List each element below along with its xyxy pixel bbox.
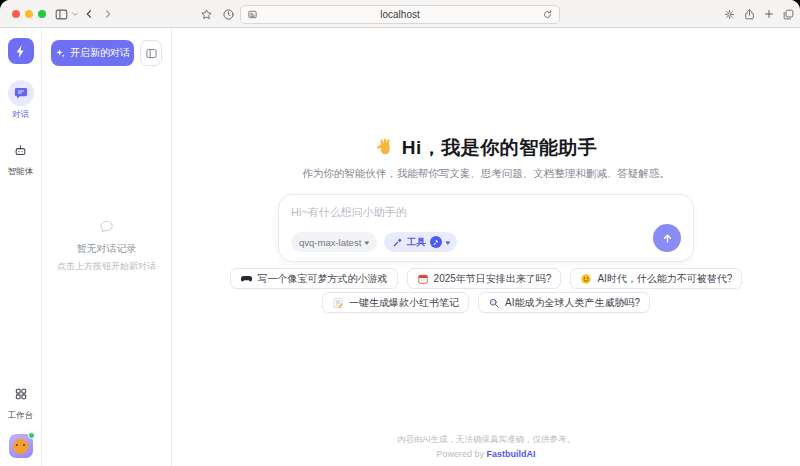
greeting: Hi，我是你的智能助手 xyxy=(172,135,800,161)
nav-rail: 对话 智能体 工作台 xyxy=(0,28,42,466)
sidebar-item-workspace[interactable]: 工作台 xyxy=(8,381,34,422)
tools-selector[interactable]: 工具 ▾ xyxy=(384,232,458,252)
smiley-icon xyxy=(580,273,592,285)
tabs-overview-icon[interactable] xyxy=(780,0,796,28)
app-shell: 对话 智能体 工作台 xyxy=(0,28,800,466)
address-bar[interactable]: localhost xyxy=(240,5,560,24)
hammer-icon xyxy=(430,236,442,248)
suggestion-chip[interactable]: AI能成为全球人类产生威胁吗? xyxy=(478,292,650,313)
magnifier-icon xyxy=(488,297,500,309)
suggestion-label: 2025年节日安排出来了吗? xyxy=(434,272,552,286)
suggestion-label: AI时代，什么能力不可被替代? xyxy=(597,272,732,286)
browser-toolbar: localhost xyxy=(0,0,800,28)
chevron-down-icon: ▾ xyxy=(445,239,450,246)
share-icon[interactable] xyxy=(741,0,757,28)
empty-state: 暂无对话记录 点击上方按钮开始新对话 xyxy=(51,36,162,454)
send-button[interactable] xyxy=(653,224,681,252)
model-selector[interactable]: qvq-max-latest ▾ xyxy=(291,232,377,252)
greeting-subtitle: 作为你的智能伙伴，我能帮你写文案、思考问题、文档整理和删减、答疑解惑。 xyxy=(172,167,800,181)
url-text: localhost xyxy=(258,9,542,20)
close-window-button[interactable] xyxy=(12,10,20,18)
zoom-window-button[interactable] xyxy=(38,10,46,18)
calendar-icon xyxy=(417,273,429,285)
lightning-bolt-icon xyxy=(13,44,28,59)
reload-icon[interactable] xyxy=(542,9,553,20)
model-name: qvq-max-latest xyxy=(299,237,361,248)
memo-icon xyxy=(332,297,344,309)
back-icon[interactable] xyxy=(82,0,96,28)
suggestion-chip[interactable]: 写一个像宝可梦方式的小游戏 xyxy=(230,268,398,289)
empty-title: 暂无对话记录 xyxy=(77,242,137,256)
forward-icon[interactable] xyxy=(101,0,115,28)
conversation-sidebar: 开启新的对话 暂无对话记录 点击上方按钮开始新对话 xyxy=(42,28,172,466)
empty-bubble-icon xyxy=(98,218,115,235)
history-clock-icon[interactable] xyxy=(220,0,236,28)
robot-icon xyxy=(8,137,34,163)
online-status-dot xyxy=(28,432,35,439)
tools-label: 工具 xyxy=(407,236,426,249)
sidebar-toggle-icon[interactable] xyxy=(52,0,70,28)
page-settings-icon[interactable] xyxy=(247,9,258,20)
user-avatar[interactable] xyxy=(9,434,33,458)
suggestion-label: 写一个像宝可梦方式的小游戏 xyxy=(258,272,388,286)
game-controller-icon xyxy=(240,272,253,285)
input-controls: qvq-max-latest ▾ 工具 ▾ xyxy=(291,224,681,252)
chevron-down-icon: ▾ xyxy=(365,239,370,246)
empty-subtitle: 点击上方按钮开始新对话 xyxy=(57,260,156,273)
avatar-face xyxy=(13,439,28,454)
chat-input[interactable] xyxy=(291,206,681,218)
sidebar-item-chat[interactable]: 对话 xyxy=(8,80,34,121)
suggestion-label: AI能成为全球人类产生威胁吗? xyxy=(505,296,640,310)
bookmark-star-icon[interactable] xyxy=(198,0,214,28)
chat-main: Hi，我是你的智能助手 作为你的智能伙伴，我能帮你写文案、思考问题、文档整理和删… xyxy=(172,28,800,466)
sidebar-item-label: 工作台 xyxy=(8,410,34,422)
waving-hand-icon xyxy=(375,138,395,158)
new-tab-plus-icon[interactable] xyxy=(761,0,777,28)
settings-gear-icon[interactable] xyxy=(721,0,737,28)
tool-icon xyxy=(392,237,403,248)
suggestion-label: 一键生成爆款小红书笔记 xyxy=(349,296,459,310)
minimize-window-button[interactable] xyxy=(25,10,33,18)
grid-icon xyxy=(8,381,34,407)
sidebar-item-label: 智能体 xyxy=(8,166,34,178)
suggestion-row: 写一个像宝可梦方式的小游戏 2025年节日安排出来了吗? AI时代，什么能力不可… xyxy=(172,268,800,289)
suggestion-chip[interactable]: 一键生成爆款小红书笔记 xyxy=(322,292,469,313)
sidebar-item-agents[interactable]: 智能体 xyxy=(8,137,34,178)
page-title: Hi，我是你的智能助手 xyxy=(402,135,598,161)
suggestion-chip[interactable]: AI时代，什么能力不可被替代? xyxy=(570,268,742,289)
sidebar-item-label: 对话 xyxy=(12,109,29,121)
chat-bubble-icon xyxy=(8,80,34,106)
brand-link[interactable]: FastbuildAI xyxy=(487,449,536,459)
suggestion-row: 一键生成爆款小红书笔记 AI能成为全球人类产生威胁吗? xyxy=(172,292,800,313)
app-logo[interactable] xyxy=(8,38,34,64)
browser-window: localhost xyxy=(0,0,800,466)
chevron-down-icon[interactable] xyxy=(70,0,80,28)
powered-by: Powered by FastbuildAI xyxy=(172,449,800,459)
ai-disclaimer: 内容由AI生成，无法确保真实准确，仅供参考。 xyxy=(172,434,800,446)
suggestion-chip[interactable]: 2025年节日安排出来了吗? xyxy=(407,268,562,289)
chat-input-card: qvq-max-latest ▾ 工具 ▾ xyxy=(278,194,694,262)
powered-by-text: Powered by xyxy=(436,449,484,459)
page-footer: 内容由AI生成，无法确保真实准确，仅供参考。 Powered by Fastbu… xyxy=(172,434,800,459)
arrow-up-icon xyxy=(661,232,674,245)
